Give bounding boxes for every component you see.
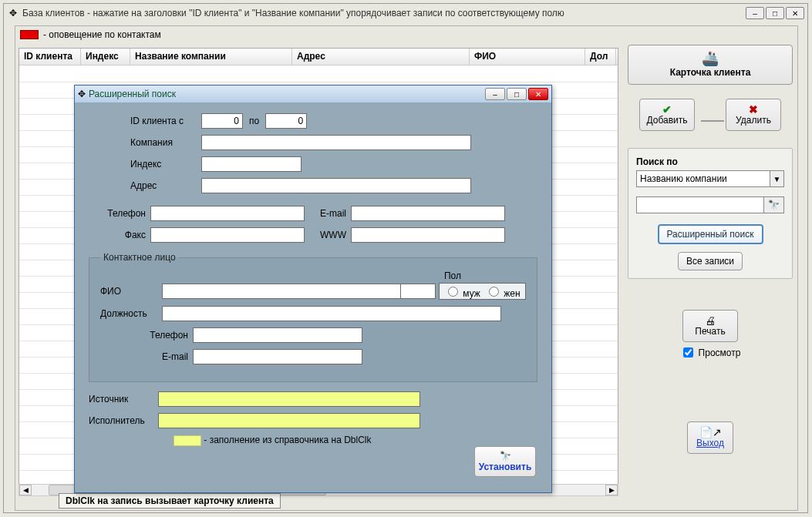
executor-input[interactable]	[158, 413, 420, 428]
sex-label: Пол	[444, 270, 461, 281]
table-header: ID клиента Индекс Название компании Адре…	[19, 49, 618, 65]
exit-button[interactable]: 📄↗ Выход	[687, 421, 733, 454]
printer-icon: 🖨	[705, 315, 716, 326]
apply-button[interactable]: 🔭 Установить	[474, 446, 536, 477]
address-input[interactable]	[201, 178, 471, 193]
scroll-left-icon[interactable]: ◀	[19, 485, 32, 495]
index-input[interactable]	[201, 156, 302, 172]
ship-icon: 🚢	[702, 52, 719, 65]
fax-input[interactable]	[150, 227, 305, 243]
www-label: WWW	[305, 230, 351, 240]
col-id[interactable]: ID клиента	[19, 49, 81, 65]
binoculars-icon[interactable]: 🔭	[764, 196, 784, 213]
sidebar: 🚢 Карточка клиента ✔ Добавить ✖ Удалить …	[628, 45, 793, 454]
preview-label: Просмотр	[699, 347, 741, 358]
exit-label: Выход	[696, 438, 724, 448]
search-panel: Поиск по ▼ 🔭 Расширенный поиск Все запис…	[628, 148, 793, 279]
contact-phone-label: Телефон	[131, 330, 193, 341]
legend-row: - оповещение по контактам	[15, 26, 797, 43]
id-to-input[interactable]	[265, 113, 307, 129]
dlg-minimize-button[interactable]: –	[485, 88, 505, 100]
print-button[interactable]: 🖨 Печать	[682, 310, 738, 342]
sex-radio-group: муж жен	[439, 283, 526, 300]
app-icon: ✥	[7, 8, 19, 18]
sex-female-option[interactable]: жен	[485, 284, 521, 299]
source-input[interactable]	[158, 391, 420, 407]
position-label: Должность	[100, 308, 162, 319]
contact-fieldset: Контактное лицо Пол ФИО муж жен	[89, 252, 537, 382]
main-panel: - оповещение по контактам ID клиента Инд…	[15, 25, 798, 511]
dialog-titlebar: ✥ Расширенный поиск – □ ✕	[75, 86, 551, 102]
dlg-close-button[interactable]: ✕	[528, 88, 548, 100]
add-button[interactable]: ✔ Добавить	[639, 99, 695, 131]
preview-checkbox[interactable]	[683, 347, 693, 358]
connector-line	[701, 120, 724, 122]
col-position[interactable]: Дол	[585, 49, 616, 65]
yellow-hint: - заполнение из справочника на DblClk	[204, 435, 371, 445]
contact-email-label: E-mail	[131, 351, 193, 362]
id-from-input[interactable]	[201, 113, 243, 129]
exit-icon: 📄↗	[699, 427, 722, 438]
preview-checkbox-wrapper[interactable]: Просмотр	[628, 345, 793, 360]
print-area: 🖨 Печать Просмотр	[628, 310, 793, 360]
scroll-right-icon[interactable]: ▶	[605, 485, 618, 495]
legend-red-swatch	[20, 30, 39, 39]
legend-text: - оповещение по контактам	[43, 29, 161, 40]
dropdown-icon[interactable]: ▼	[770, 170, 784, 187]
table-row[interactable]	[19, 65, 618, 82]
check-icon: ✔	[662, 104, 672, 115]
all-records-button[interactable]: Все записи	[678, 252, 743, 270]
contact-legend: Контактное лицо	[100, 252, 179, 263]
delete-label: Удалить	[736, 115, 771, 126]
minimize-button[interactable]: –	[746, 7, 764, 19]
email-label: E-mail	[305, 208, 351, 219]
col-company[interactable]: Название компании	[130, 49, 292, 65]
dlg-maximize-button[interactable]: □	[507, 88, 527, 100]
exit-area: 📄↗ Выход	[628, 421, 793, 454]
close-button[interactable]: ✕	[786, 7, 804, 19]
company-label: Компания	[130, 137, 201, 148]
source-label: Источник	[89, 394, 158, 405]
apply-label: Установить	[479, 462, 532, 472]
index-label: Индекс	[130, 159, 201, 170]
phone-input[interactable]	[150, 206, 305, 221]
search-by-value[interactable]	[636, 170, 770, 187]
binoculars-icon: 🔭	[500, 451, 511, 462]
company-input[interactable]	[201, 135, 471, 150]
contact-email-input[interactable]	[193, 349, 362, 364]
dialog-title: Расширенный поиск	[89, 89, 483, 99]
sex-male-radio[interactable]	[448, 287, 458, 297]
print-label: Печать	[695, 326, 725, 337]
main-window: ✥ База клиентов - нажатие на заголовки "…	[3, 3, 808, 513]
search-by-combo[interactable]: ▼	[636, 170, 784, 187]
id-to-label: по	[249, 116, 259, 126]
dialog-body: ID клиента с по Компания Индекс Ад	[75, 102, 551, 492]
maximize-button[interactable]: □	[766, 7, 784, 19]
id-from-label: ID клиента с	[130, 116, 201, 126]
advanced-search-button[interactable]: Расширенный поиск	[658, 224, 763, 244]
main-titlebar: ✥ База клиентов - нажатие на заголовки "…	[4, 4, 807, 22]
sex-female-radio[interactable]	[489, 287, 499, 297]
fio-input[interactable]	[162, 284, 401, 299]
delete-button[interactable]: ✖ Удалить	[726, 99, 781, 131]
client-card-button[interactable]: 🚢 Карточка клиента	[628, 45, 793, 85]
sex-input[interactable]	[400, 284, 436, 299]
phone-label: Телефон	[89, 208, 150, 219]
col-index[interactable]: Индекс	[81, 49, 130, 65]
position-input[interactable]	[162, 306, 501, 321]
col-address[interactable]: Адрес	[292, 49, 470, 65]
add-label: Добавить	[646, 115, 687, 126]
executor-label: Исполнитель	[89, 415, 158, 426]
dialog-icon: ✥	[78, 89, 86, 99]
sex-male-option[interactable]: муж	[444, 284, 480, 299]
advanced-search-dialog: ✥ Расширенный поиск – □ ✕ ID клиента с п…	[74, 85, 552, 493]
fio-label: ФИО	[100, 286, 162, 297]
fax-label: Факс	[89, 230, 150, 240]
www-input[interactable]	[351, 227, 505, 243]
contact-phone-input[interactable]	[193, 327, 362, 343]
search-by-label: Поиск по	[636, 156, 784, 167]
col-fio[interactable]: ФИО	[470, 49, 585, 65]
x-icon: ✖	[749, 104, 758, 115]
email-input[interactable]	[351, 206, 505, 221]
search-input[interactable]	[636, 196, 764, 213]
